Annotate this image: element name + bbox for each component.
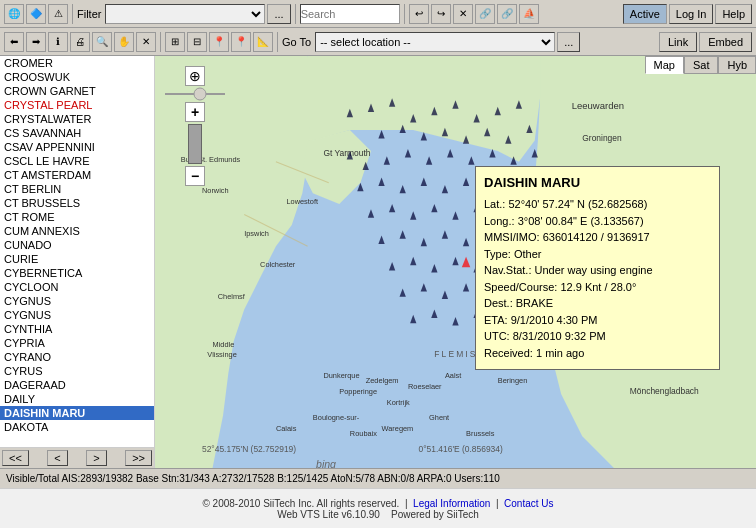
vessel-mmsi: MMSI/IMO: 636014120 / 9136917 — [484, 229, 711, 246]
sidebar-item[interactable]: CYRUS — [0, 364, 154, 378]
sidebar-item[interactable]: CYGNUS — [0, 308, 154, 322]
map-tab-hyb[interactable]: Hyb — [718, 56, 756, 74]
map-tab-map[interactable]: Map — [645, 56, 684, 74]
svg-text:Ghent: Ghent — [429, 413, 449, 422]
sidebar-item[interactable]: CT BERLIN — [0, 182, 154, 196]
vessel-utc: UTC: 8/31/2010 9:32 PM — [484, 328, 711, 345]
sidebar-item[interactable]: CUNADO — [0, 238, 154, 252]
tb2-icon7[interactable]: ✕ — [136, 32, 156, 52]
tb2-icon12[interactable]: 📐 — [253, 32, 273, 52]
search-input[interactable] — [300, 4, 400, 24]
nav-icon3[interactable]: ✕ — [453, 4, 473, 24]
embed-btn[interactable]: Embed — [699, 32, 752, 52]
zoom-track[interactable] — [188, 124, 202, 164]
location-select[interactable]: -- select location -- — [315, 32, 555, 52]
sidebar-item[interactable]: CT ROME — [0, 210, 154, 224]
sidebar-item[interactable]: CYPRIA — [0, 336, 154, 350]
nav-next-btn[interactable]: > — [86, 450, 106, 466]
copyright: © 2008-2010 SiiTech Inc. All rights rese… — [202, 498, 399, 509]
vessel-dest: Dest.: BRAKE — [484, 295, 711, 312]
svg-text:Dunkerque: Dunkerque — [323, 371, 359, 380]
tb2-icon1[interactable]: ⬅ — [4, 32, 24, 52]
move-icon[interactable]: ⊕ — [185, 66, 205, 86]
sidebar-item[interactable]: CRYSTAL PEARL — [0, 98, 154, 112]
nav-icon1[interactable]: ↩ — [409, 4, 429, 24]
nav-last-btn[interactable]: >> — [125, 450, 152, 466]
filter-more-btn[interactable]: ... — [267, 4, 290, 24]
nav-icon5[interactable]: 🔗 — [497, 4, 517, 24]
main: CROMERCROOSWUKCROWN GARNETCRYSTAL PEARLC… — [0, 56, 756, 468]
nav-icon2[interactable]: ↪ — [431, 4, 451, 24]
nav-prev-btn[interactable]: < — [47, 450, 67, 466]
tb2-icon9[interactable]: ⊟ — [187, 32, 207, 52]
filter-select[interactable] — [105, 4, 265, 24]
svg-text:Kortrijk: Kortrijk — [387, 398, 410, 407]
tb2-icon2[interactable]: ➡ — [26, 32, 46, 52]
vessel-popup: DAISHIN MARU Lat.: 52°40' 57.24" N (52.6… — [475, 166, 720, 370]
svg-text:52°45.175'N (52.752919): 52°45.175'N (52.752919) — [202, 444, 296, 454]
svg-text:Roubaix: Roubaix — [350, 429, 377, 438]
login-btn[interactable]: Log In — [669, 4, 714, 24]
contact-link[interactable]: Contact Us — [504, 498, 553, 509]
sidebar-item[interactable]: CSAV APPENNINI — [0, 140, 154, 154]
sidebar-item[interactable]: CYRANO — [0, 350, 154, 364]
powered-text2: Powered by SiiTech — [391, 509, 479, 520]
bottom-line2: Web VTS Lite v6.10.90 Powered by SiiTech — [277, 509, 479, 520]
location-more-btn[interactable]: ... — [557, 32, 580, 52]
tb2-icon10[interactable]: 📍 — [209, 32, 229, 52]
sidebar-item[interactable]: CSCL LE HAVRE — [0, 154, 154, 168]
sidebar-item[interactable]: CRYSTALWATER — [0, 112, 154, 126]
nav-first-btn[interactable]: << — [2, 450, 29, 466]
icon2[interactable]: 🔷 — [26, 4, 46, 24]
map-area[interactable]: Map Sat Hyb ⊕ + − — [155, 56, 756, 468]
svg-text:Zedelgem: Zedelgem — [366, 376, 399, 385]
sidebar-item[interactable]: DAILY — [0, 392, 154, 406]
sidebar-item[interactable]: CT AMSTERDAM — [0, 168, 154, 182]
zoom-in-btn[interactable]: + — [185, 102, 205, 122]
legal-link[interactable]: Legal Information — [413, 498, 490, 509]
svg-text:Lowestoft: Lowestoft — [286, 197, 318, 206]
nav-icon6[interactable]: ⛵ — [519, 4, 539, 24]
svg-text:Groningen: Groningen — [582, 133, 622, 143]
sidebar-item[interactable]: CROWN GARNET — [0, 84, 154, 98]
sidebar-item[interactable]: CROMER — [0, 56, 154, 70]
active-btn[interactable]: Active — [623, 4, 667, 24]
help-btn[interactable]: Help — [715, 4, 752, 24]
icon3[interactable]: ⚠ — [48, 4, 68, 24]
map-tab-sat[interactable]: Sat — [684, 56, 719, 74]
sidebar-item[interactable]: DAKOTA — [0, 420, 154, 434]
vessel-lat: Lat.: 52°40' 57.24" N (52.682568) — [484, 196, 711, 213]
tb2-icon5[interactable]: 🔍 — [92, 32, 112, 52]
tb2-icon4[interactable]: 🖨 — [70, 32, 90, 52]
link-btn[interactable]: Link — [659, 32, 697, 52]
zoom-slider[interactable] — [165, 87, 225, 101]
tb2-icon6[interactable]: ✋ — [114, 32, 134, 52]
sidebar-item[interactable]: CROOSWUK — [0, 70, 154, 84]
svg-text:Calais: Calais — [276, 424, 297, 433]
bottombar: © 2008-2010 SiiTech Inc. All rights rese… — [0, 488, 756, 528]
sidebar-item[interactable]: CS SAVANNAH — [0, 126, 154, 140]
sidebar-item[interactable]: CYGNUS — [0, 294, 154, 308]
sidebar-item[interactable]: CYCLOON — [0, 280, 154, 294]
sidebar-item[interactable]: CYBERNETICA — [0, 266, 154, 280]
sidebar-item[interactable]: CT BRUSSELS — [0, 196, 154, 210]
icon1[interactable]: 🌐 — [4, 4, 24, 24]
sidebar-item[interactable]: DAGERAAD — [0, 378, 154, 392]
zoom-out-btn[interactable]: − — [185, 166, 205, 186]
sidebar-item[interactable]: CURIE — [0, 252, 154, 266]
svg-text:Beringen: Beringen — [498, 376, 528, 385]
sidebar-item[interactable]: CYNTHIA — [0, 322, 154, 336]
sidebar-item[interactable]: DAISHIN MARU — [0, 406, 154, 420]
vessel-navstat: Nav.Stat.: Under way using engine — [484, 262, 711, 279]
tb2-sep2 — [277, 32, 278, 52]
svg-text:0°51.416'E (0.856934): 0°51.416'E (0.856934) — [419, 444, 503, 454]
tb2-icon11[interactable]: 📍 — [231, 32, 251, 52]
tb2-icon3[interactable]: ℹ — [48, 32, 68, 52]
nav-icon4[interactable]: 🔗 — [475, 4, 495, 24]
sidebar-list: CROMERCROOSWUKCROWN GARNETCRYSTAL PEARLC… — [0, 56, 154, 447]
sidebar-item[interactable]: CUM ANNEXIS — [0, 224, 154, 238]
sep1 — [72, 4, 73, 24]
svg-text:Colchester: Colchester — [260, 260, 296, 269]
svg-text:Popperinge: Popperinge — [339, 387, 377, 396]
tb2-icon8[interactable]: ⊞ — [165, 32, 185, 52]
